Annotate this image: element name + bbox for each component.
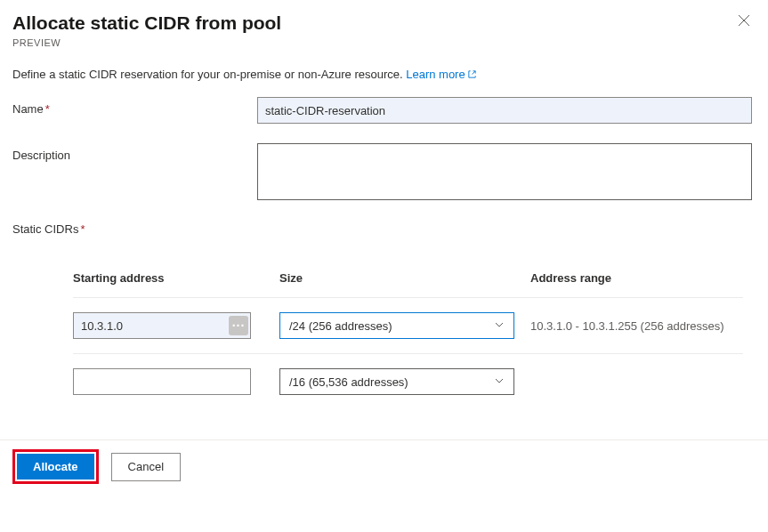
external-link-icon xyxy=(467,69,477,79)
col-header-start: Starting address xyxy=(73,271,279,285)
title-row: Allocate static CIDR from pool xyxy=(12,12,752,34)
ellipsis-icon: ··· xyxy=(232,319,246,332)
cancel-button[interactable]: Cancel xyxy=(111,453,181,481)
table-row: ··· /24 (256 addresses) 10.3.1.0 - 10.3.… xyxy=(73,298,743,354)
close-icon xyxy=(738,14,750,27)
col-header-size: Size xyxy=(279,271,530,285)
intro-text: Define a static CIDR reservation for you… xyxy=(12,68,752,81)
chevron-down-icon xyxy=(494,375,505,389)
allocate-cidr-panel: Allocate static CIDR from pool PREVIEW D… xyxy=(0,0,768,409)
description-control xyxy=(257,143,752,203)
footer: Allocate Cancel xyxy=(0,439,768,500)
preview-badge: PREVIEW xyxy=(12,37,752,48)
close-button[interactable] xyxy=(736,12,752,28)
required-asterisk: * xyxy=(45,102,50,116)
cidr-table: Starting address Size Address range ··· … xyxy=(73,271,743,409)
description-input[interactable] xyxy=(257,143,752,200)
description-label: Description xyxy=(12,143,257,162)
starting-address-input[interactable] xyxy=(73,312,251,339)
static-cidrs-label-text: Static CIDRs xyxy=(12,222,78,236)
table-header: Starting address Size Address range xyxy=(73,271,743,298)
col-header-range: Address range xyxy=(530,271,743,285)
address-range-value: 10.3.1.0 - 10.3.1.255 (256 addresses) xyxy=(530,319,743,333)
learn-more-label: Learn more xyxy=(406,68,465,81)
start-cell: ··· xyxy=(73,312,279,339)
size-select-value: /16 (65,536 addresses) xyxy=(289,375,408,389)
name-label-text: Name xyxy=(12,102,44,116)
size-select[interactable]: /24 (256 addresses) xyxy=(279,312,514,339)
intro-body: Define a static CIDR reservation for you… xyxy=(12,68,406,81)
size-cell: /16 (65,536 addresses) xyxy=(279,368,530,395)
static-cidrs-label: Static CIDRs* xyxy=(12,222,752,236)
field-description-row: Description xyxy=(12,143,752,203)
size-select[interactable]: /16 (65,536 addresses) xyxy=(279,368,514,395)
size-cell: /24 (256 addresses) xyxy=(279,312,530,339)
start-cell xyxy=(73,368,279,395)
table-row: /16 (65,536 addresses) xyxy=(73,354,743,409)
chevron-down-icon xyxy=(494,319,505,333)
size-select-value: /24 (256 addresses) xyxy=(289,319,392,333)
form: Name* Description Static CIDRs* Starting… xyxy=(12,97,752,409)
starting-address-input[interactable] xyxy=(73,368,251,395)
allocate-button[interactable]: Allocate xyxy=(17,454,94,480)
name-label: Name* xyxy=(12,97,257,116)
name-control xyxy=(257,97,752,124)
required-asterisk: * xyxy=(80,222,85,236)
learn-more-link[interactable]: Learn more xyxy=(406,68,476,81)
page-title: Allocate static CIDR from pool xyxy=(12,12,281,34)
name-input[interactable] xyxy=(257,97,752,124)
field-name-row: Name* xyxy=(12,97,752,124)
allocate-highlight: Allocate xyxy=(12,449,99,484)
row-actions-button[interactable]: ··· xyxy=(229,316,248,335)
